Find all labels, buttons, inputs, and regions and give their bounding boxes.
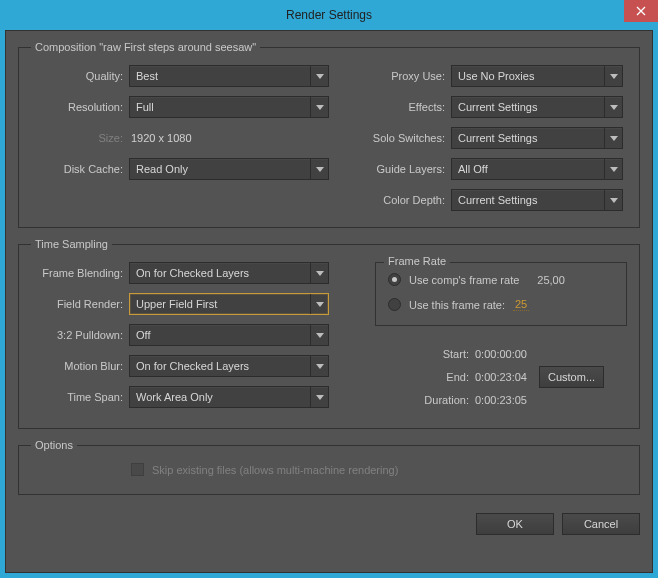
chevron-down-icon [310, 159, 328, 179]
ok-button[interactable]: OK [476, 513, 554, 535]
composition-right-col: Proxy Use: Use No Proxies Effects: Curre… [353, 65, 627, 211]
chevron-down-icon [604, 159, 622, 179]
resolution-dropdown[interactable]: Full [129, 96, 329, 118]
proxy-use-label: Proxy Use: [353, 70, 451, 82]
disk-cache-dropdown[interactable]: Read Only [129, 158, 329, 180]
duration-value: 0:00:23:05 [475, 394, 527, 406]
motion-blur-label: Motion Blur: [31, 360, 129, 372]
dialog-footer: OK Cancel [18, 505, 640, 535]
frame-rate-group: Frame Rate Use comp's frame rate 25,00 U… [375, 262, 627, 326]
size-label: Size: [31, 132, 129, 144]
color-depth-dropdown[interactable]: Current Settings [451, 189, 623, 211]
pulldown-label: 3:2 Pulldown: [31, 329, 129, 341]
options-legend: Options [31, 439, 77, 451]
chevron-down-icon [604, 190, 622, 210]
chevron-down-icon [310, 387, 328, 407]
cancel-button[interactable]: Cancel [562, 513, 640, 535]
dialog-body: Composition "raw First steps around sees… [5, 30, 653, 573]
chevron-down-icon [310, 263, 328, 283]
time-span-info: Start: 0:00:00:00 End: 0:00:23:04 Custom… [363, 326, 627, 406]
frame-rate-legend: Frame Rate [384, 255, 450, 267]
close-icon [636, 6, 646, 16]
solo-switches-label: Solo Switches: [353, 132, 451, 144]
chevron-down-icon [604, 66, 622, 86]
effects-dropdown[interactable]: Current Settings [451, 96, 623, 118]
close-button[interactable] [624, 0, 658, 22]
use-this-frame-rate-radio[interactable]: Use this frame rate: 25 [388, 298, 614, 311]
time-sampling-left: Frame Blending: On for Checked Layers Fi… [31, 262, 363, 412]
composition-group: Composition "raw First steps around sees… [18, 41, 640, 228]
end-label: End: [417, 371, 475, 383]
custom-time-span-button[interactable]: Custom... [539, 366, 604, 388]
color-depth-label: Color Depth: [353, 194, 451, 206]
guide-layers-dropdown[interactable]: All Off [451, 158, 623, 180]
window-title: Render Settings [286, 8, 372, 22]
solo-switches-dropdown[interactable]: Current Settings [451, 127, 623, 149]
end-value: 0:00:23:04 [475, 371, 527, 383]
skip-existing-checkbox [131, 463, 144, 476]
chevron-down-icon [310, 294, 328, 314]
start-value: 0:00:00:00 [475, 348, 527, 360]
resolution-label: Resolution: [31, 101, 129, 113]
radio-icon [388, 273, 401, 286]
options-group: Options Skip existing files (allows mult… [18, 439, 640, 495]
guide-layers-label: Guide Layers: [353, 163, 451, 175]
effects-label: Effects: [353, 101, 451, 113]
quality-dropdown[interactable]: Best [129, 65, 329, 87]
chevron-down-icon [310, 325, 328, 345]
composition-left-col: Quality: Best Resolution: Full [31, 65, 329, 211]
comp-frame-rate-value: 25,00 [537, 274, 565, 286]
field-render-dropdown[interactable]: Upper Field First [129, 293, 329, 315]
chevron-down-icon [310, 97, 328, 117]
time-sampling-group: Time Sampling Frame Blending: On for Che… [18, 238, 640, 429]
frame-blending-label: Frame Blending: [31, 267, 129, 279]
composition-legend: Composition "raw First steps around sees… [31, 41, 260, 53]
titlebar[interactable]: Render Settings [0, 0, 658, 30]
frame-rate-input[interactable]: 25 [513, 298, 529, 311]
render-settings-window: Render Settings Composition "raw First s… [0, 0, 658, 578]
frame-blending-dropdown[interactable]: On for Checked Layers [129, 262, 329, 284]
field-render-label: Field Render: [31, 298, 129, 310]
time-sampling-right: Frame Rate Use comp's frame rate 25,00 U… [363, 262, 627, 412]
chevron-down-icon [310, 66, 328, 86]
disk-cache-label: Disk Cache: [31, 163, 129, 175]
chevron-down-icon [604, 97, 622, 117]
duration-label: Duration: [417, 394, 475, 406]
chevron-down-icon [310, 356, 328, 376]
time-span-label: Time Span: [31, 391, 129, 403]
skip-existing-label: Skip existing files (allows multi-machin… [152, 464, 398, 476]
radio-icon [388, 298, 401, 311]
use-comp-frame-rate-radio[interactable]: Use comp's frame rate 25,00 [388, 273, 614, 286]
proxy-use-dropdown[interactable]: Use No Proxies [451, 65, 623, 87]
motion-blur-dropdown[interactable]: On for Checked Layers [129, 355, 329, 377]
chevron-down-icon [604, 128, 622, 148]
time-span-dropdown[interactable]: Work Area Only [129, 386, 329, 408]
pulldown-dropdown[interactable]: Off [129, 324, 329, 346]
start-label: Start: [417, 348, 475, 360]
size-value: 1920 x 1080 [129, 127, 192, 149]
quality-label: Quality: [31, 70, 129, 82]
time-sampling-legend: Time Sampling [31, 238, 112, 250]
